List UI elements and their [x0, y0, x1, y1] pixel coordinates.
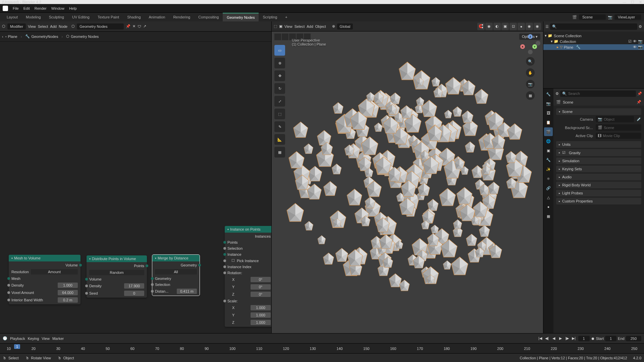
crumb-object[interactable]: ▫ Plane — [5, 35, 17, 39]
eye-icon[interactable]: 👁 — [633, 45, 637, 49]
checkbox-icon[interactable]: ☑ — [628, 39, 632, 44]
solid-icon[interactable]: ● — [518, 23, 525, 30]
editor-type-icon[interactable]: 🕐 — [3, 336, 7, 341]
menu-help[interactable]: Help — [69, 6, 77, 10]
pan-gizmo[interactable]: ✋ — [526, 68, 535, 77]
end-frame[interactable]: 250 — [626, 336, 641, 341]
camera-field[interactable]: 📷 Object — [596, 116, 634, 122]
panel-audio[interactable]: ▸Audio — [556, 174, 641, 180]
select-extend-icon[interactable] — [282, 34, 288, 40]
node-merge-by-distance[interactable]: ▾Merge by Distance Geometry All Geometry… — [152, 255, 200, 296]
panel-keying[interactable]: ▸Keying Sets — [556, 166, 641, 172]
camera-gizmo[interactable]: 📷 — [526, 80, 535, 88]
persp-gizmo[interactable]: ▦ — [526, 91, 535, 100]
vp-menu-view[interactable]: View — [284, 24, 292, 28]
mode-icon[interactable]: ▣ — [279, 24, 282, 28]
ptab-output[interactable]: 🖼 — [544, 109, 553, 117]
vp-menu-object[interactable]: Object — [315, 24, 326, 28]
panel-simulation[interactable]: ▸Simulation — [556, 158, 641, 164]
tl-view[interactable]: View — [42, 337, 50, 341]
menu-file[interactable]: File — [13, 6, 19, 10]
tl-keying[interactable]: Keying — [28, 337, 39, 341]
tab-shading[interactable]: Shading — [123, 13, 145, 21]
play-reverse-icon[interactable]: ◀ — [551, 336, 557, 342]
crumb-tree[interactable]: ⬡ Geometry Nodes — [66, 34, 99, 39]
node-distribute-points[interactable]: ▾Distribute Points in Volume Points Rand… — [87, 255, 147, 298]
tab-modeling[interactable]: Modeling — [22, 13, 45, 21]
ptab-physics[interactable]: ⚛ — [544, 174, 553, 183]
tool-cursor[interactable]: ⊕ — [274, 58, 285, 68]
playhead[interactable]: 1 — [14, 344, 20, 349]
orientation-dropdown[interactable]: Global — [337, 23, 353, 29]
editor-type-icon[interactable]: ☰ — [545, 24, 549, 29]
tool-rotate[interactable]: ↻ — [274, 83, 285, 94]
ptab-world[interactable]: 🌐 — [544, 137, 553, 145]
breadcrumb-back-icon[interactable]: ‹ — [2, 35, 3, 39]
tl-marker[interactable]: Marker — [52, 337, 64, 341]
jump-end-icon[interactable]: ▶| — [571, 336, 577, 342]
shield-icon[interactable]: 🛡 — [138, 24, 141, 28]
ptab-viewlayer[interactable]: 📋 — [544, 118, 553, 127]
outliner-tree[interactable]: ▾ 📁Scene Collection ▾ 📁Collection ☑👁📷 ▸ … — [543, 32, 644, 88]
pin-icon[interactable]: 📌 — [126, 24, 130, 28]
clip-field[interactable]: 🎞 Movie Clip — [596, 133, 641, 139]
tab-animation[interactable]: Animation — [145, 13, 169, 21]
tree-row-plane[interactable]: ▸ ▽Plane 🔧 👁📷 — [543, 44, 644, 50]
keyframe-next-icon[interactable]: |▶ — [564, 336, 570, 342]
tab-compositing[interactable]: Compositing — [194, 13, 223, 21]
node-instance-on-points[interactable]: ▾Instance on Points Instances Points Sel… — [225, 226, 271, 327]
tab-sculpting[interactable]: Sculpting — [45, 13, 68, 21]
tool-select[interactable]: ▭ — [274, 45, 285, 56]
crumb-modifier[interactable]: 🔧 GeometryNodes — [25, 34, 58, 39]
overlay-icon[interactable]: ◐ — [493, 23, 501, 30]
viewport-3d[interactable]: Options ▾ ▭ ⊕ ✥ ↻ ⤢ ⬚ ✎ 📐 ▦ User Perspe — [272, 32, 543, 333]
rendered-icon[interactable]: ◉ — [534, 23, 541, 30]
current-frame[interactable]: 1 — [578, 336, 590, 341]
node-menu-select[interactable]: Select — [38, 24, 48, 28]
xray-icon[interactable]: ▣ — [501, 23, 509, 30]
orientation-icon[interactable]: ⊕ — [332, 24, 335, 28]
tl-playback[interactable]: Playback — [10, 337, 25, 341]
tab-geometrynodes[interactable]: Geometry Nodes — [223, 13, 259, 21]
tab-texturepaint[interactable]: Texture Paint — [94, 13, 123, 21]
ptab-constraint[interactable]: 🔗 — [544, 184, 553, 192]
node-mesh-to-volume[interactable]: ▾Mesh to Volume Volume ResolutionAmount … — [9, 255, 80, 304]
zoom-gizmo[interactable]: 🔍 — [526, 57, 535, 66]
vp-menu-select[interactable]: Select — [294, 24, 305, 28]
ptab-modifier[interactable]: 🔧 — [544, 156, 553, 164]
panel-lightprobes[interactable]: ▸Light Probes — [556, 190, 641, 196]
scene-datablock[interactable]: 🎬Scene 📌 — [553, 99, 644, 106]
panel-scene[interactable]: ▾Scene — [556, 108, 641, 115]
ptab-scene[interactable]: 🎬 — [544, 127, 553, 136]
tab-rendering[interactable]: Rendering — [169, 13, 194, 21]
modifier-dropdown[interactable]: Modifier — [7, 23, 26, 29]
bgscene-field[interactable]: 🎬 Scene — [596, 124, 641, 131]
jump-start-icon[interactable]: |◀ — [537, 336, 543, 342]
viewlayer-field[interactable]: ViewLayer — [614, 14, 641, 20]
tree-row-scene-collection[interactable]: ▾ 📁Scene Collection — [543, 33, 644, 39]
close-icon[interactable]: ✕ — [639, 0, 642, 4]
tab-uvediting[interactable]: UV Editing — [68, 13, 94, 21]
snap-icon[interactable]: 🧲 — [477, 23, 485, 30]
editor-type-icon[interactable]: ⚙ — [555, 92, 559, 96]
tool-addcube[interactable]: ▦ — [274, 147, 285, 158]
pin-icon[interactable]: 📌 — [637, 100, 641, 104]
menu-window[interactable]: Window — [51, 6, 64, 10]
orbit-gizmo[interactable]: Z X Y — [520, 34, 540, 54]
vp-menu-add[interactable]: Add — [307, 24, 313, 28]
tab-scripting[interactable]: Scripting — [259, 13, 281, 21]
panel-rigidbody[interactable]: ▸Rigid Body World — [556, 182, 641, 188]
ptab-tool[interactable]: 🔧 — [544, 90, 553, 99]
tab-layout[interactable]: Layout — [3, 13, 22, 21]
properties-search[interactable]: 🔍 Search — [560, 90, 636, 97]
tab-add[interactable]: + — [281, 13, 291, 21]
panel-gravity[interactable]: ▸☑Gravity — [556, 149, 641, 156]
play-icon[interactable]: ▶ — [557, 336, 564, 342]
filter-icon[interactable]: ⚙ — [639, 24, 642, 29]
proportional-icon[interactable]: ◉ — [485, 23, 493, 30]
editor-type-icon[interactable]: ⬚ — [274, 24, 277, 28]
camera-icon[interactable]: 📷 — [638, 39, 643, 44]
camera-icon[interactable]: 📷 — [638, 45, 643, 49]
keyframe-prev-icon[interactable]: ◀| — [544, 336, 550, 342]
menu-render[interactable]: Render — [35, 6, 47, 10]
